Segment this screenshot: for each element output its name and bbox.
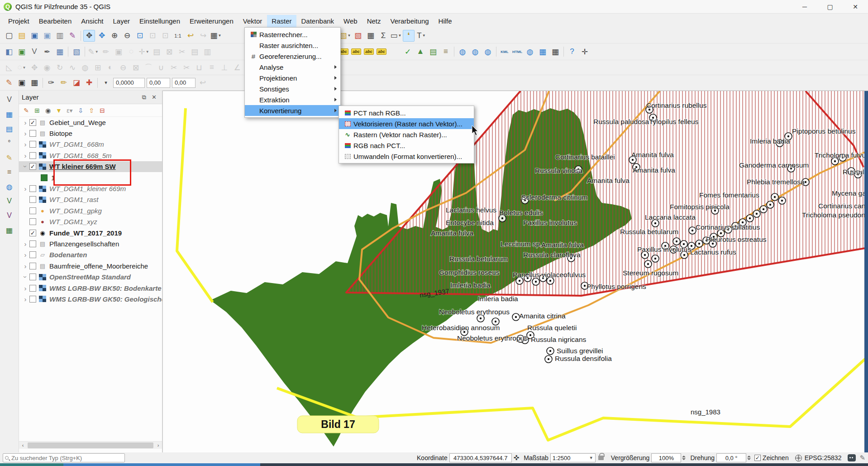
search-input[interactable] (10, 454, 123, 462)
layer-item[interactable]: ●WT_DGM1_xyz (19, 216, 162, 227)
layer-item[interactable]: ›WT_DGM1_kleiner 669m (19, 183, 162, 194)
add-group-icon[interactable]: ⊞ (32, 105, 43, 116)
menu-bearbeiten[interactable]: Bearbeiten (34, 15, 76, 27)
zoom-last-button[interactable]: ↩ (185, 30, 196, 42)
tasks-icon[interactable]: ✎ (859, 454, 865, 462)
layer-item[interactable]: ●WT_DGM1_gpkg (19, 205, 162, 216)
menu-projekt[interactable]: Projekt (4, 15, 34, 27)
layer-item[interactable]: ›✓WT kleiner 669m SW (19, 161, 162, 172)
raster-menu-item-projektionen[interactable]: Projektionen (245, 72, 340, 83)
measure-button[interactable]: ▭▼ (390, 30, 402, 42)
expander-icon[interactable]: › (22, 284, 29, 292)
find-marker[interactable] (652, 255, 659, 262)
layer-item[interactable]: ›WMS LGRB-BW BK50: Bodenkarte (19, 283, 162, 293)
menu-hilfe[interactable]: Hilfe (434, 15, 457, 27)
new-temporary-layer-button[interactable]: ▧ (71, 46, 82, 58)
crosshair-tool-button[interactable]: ✛ (579, 46, 591, 58)
scrollbar-thumb[interactable] (28, 442, 153, 448)
layer-visibility-checkbox[interactable] (29, 152, 36, 159)
submenu-item-vektorisieren-raster-nach-vektor[interactable]: Vektorisieren (Raster nach Vektor)... (339, 118, 474, 129)
submenu-item-rgb-nach-pct[interactable]: RGB nach PCT... (339, 140, 474, 151)
raster-menu-item-georeferenzierung[interactable]: #Georeferenzierung... (245, 51, 340, 62)
layer-visibility-checkbox[interactable] (29, 196, 36, 203)
find-marker[interactable] (512, 313, 520, 321)
new-spatialite-button[interactable]: ✒ (41, 46, 53, 58)
drehung-spinner[interactable] (747, 456, 751, 460)
html-annotation-button[interactable]: HTML (511, 46, 523, 58)
style-manager-button[interactable]: ✎ (67, 30, 78, 42)
show-hide-labels-button[interactable]: abc (350, 46, 362, 58)
legend-item[interactable]: 1 (19, 172, 162, 183)
expander-icon[interactable]: › (22, 140, 29, 148)
deselect-features-button[interactable]: ▧ (352, 30, 364, 42)
layer-styling-icon[interactable]: ✎ (21, 105, 32, 116)
lock-icon[interactable] (598, 456, 604, 460)
save-as-button[interactable]: ▣ (41, 30, 53, 42)
layer-item[interactable]: ✓◉Funde_WT_2017_2019 (19, 227, 162, 238)
layer-item[interactable]: ›▤Biotope (19, 128, 162, 139)
raster-menu-item-konvertierung[interactable]: Konvertierung (245, 105, 340, 116)
find-marker[interactable] (689, 227, 696, 234)
digitize-value-input-1[interactable]: 0,0000 (113, 78, 145, 88)
maximize-button[interactable]: ▢ (817, 0, 843, 13)
layer-item[interactable]: ›▱Bodenarten (19, 250, 162, 260)
layer-item[interactable]: ›WT_DGM1_668m (19, 139, 162, 150)
new-print-layout-button[interactable]: ▥ (54, 30, 66, 42)
expander-icon[interactable]: › (22, 130, 29, 137)
layer-item[interactable]: ›▤Pflanzengesellschaften (19, 238, 162, 249)
layer-visibility-checkbox[interactable] (29, 285, 36, 292)
digitize-value-input-3[interactable]: 0,00 (172, 78, 196, 88)
georef-panel-icon[interactable]: ▤ (3, 122, 16, 135)
digitize-value-input-2[interactable]: 0,00 (147, 78, 170, 88)
text-annotation-button[interactable]: T▼ (415, 30, 427, 42)
menu-web[interactable]: Web (339, 15, 362, 27)
koordinate-field[interactable]: 473300.4,5397644.7 (449, 453, 512, 462)
filter-legend-icon[interactable]: ▼ (53, 105, 64, 116)
grid-panel-icon[interactable]: ▦ (3, 108, 16, 120)
expander-icon[interactable]: › (22, 240, 29, 248)
annotation-panel-icon[interactable]: ✎ (3, 151, 16, 164)
layer-item[interactable]: ›OpenStreetMap Standard (19, 271, 162, 282)
metasearch-button[interactable]: ◍ (457, 46, 468, 58)
layer-panel-scrollbar[interactable]: ‹ › (19, 441, 162, 449)
new-shapefile-button[interactable]: V (29, 46, 40, 58)
value-dropdown[interactable]: ▾ (100, 77, 112, 89)
raster-menu-item-analyse[interactable]: Analyse (245, 62, 340, 72)
grid-tools-2-button[interactable]: ▦ (549, 46, 561, 58)
scroll-left-icon[interactable]: ‹ (19, 442, 27, 448)
raster-terrain-button[interactable]: ▲ (415, 46, 426, 58)
find-marker[interactable] (545, 356, 552, 363)
filter-expression-icon[interactable]: ε▾ (64, 105, 75, 116)
submenu-item-rastern-vektor-nach-raster[interactable]: ∿Rastern (Vektor nach Raster)... (339, 129, 474, 140)
raster-menu-item-raster-ausrichten[interactable]: Raster ausrichten... (245, 40, 340, 51)
expand-all-icon[interactable]: ⇩ (75, 105, 86, 116)
grid-tools-button[interactable]: ▦ (537, 46, 548, 58)
expander-icon[interactable]: › (22, 262, 29, 270)
find-marker[interactable] (644, 260, 652, 268)
menu-verarbeitung[interactable]: Verarbeitung (386, 15, 434, 27)
map-tips-button[interactable]: ❛ (403, 30, 415, 42)
find-marker[interactable] (696, 240, 703, 247)
help-button[interactable]: ? (566, 46, 578, 58)
statistical-summary-button[interactable]: Σ (377, 30, 389, 42)
messages-icon[interactable] (848, 454, 856, 461)
rotation-panel-icon[interactable]: ° (3, 137, 16, 149)
submenu-item-umwandeln-format-konvertieren[interactable]: Umwandeln (Format konvertieren)... (339, 151, 474, 162)
layer-item[interactable]: ›WT_DGM1_668_5m (19, 150, 162, 161)
layer-visibility-checkbox[interactable] (29, 218, 36, 225)
db-panel-icon[interactable]: ≡ (3, 166, 16, 178)
zoom-out-button[interactable]: ⊖ (121, 30, 133, 42)
expander-icon[interactable]: › (22, 152, 29, 159)
menu-datenbank[interactable]: Datenbank (297, 15, 339, 27)
panel-float-icon[interactable]: ⧉ (139, 94, 149, 101)
expander-icon[interactable]: › (22, 185, 29, 192)
data-source-manager-button[interactable]: ◧ (3, 46, 15, 58)
layer-visibility-checkbox[interactable] (29, 240, 36, 247)
web-globe-2-button[interactable]: ◍ (482, 46, 494, 58)
expander-icon[interactable]: › (22, 119, 29, 126)
eraser-button[interactable]: ◪ (71, 77, 82, 89)
raster-menu-item-rasterrechner[interactable]: Rasterrechner... (245, 29, 340, 40)
new-project-button[interactable]: ▢ (3, 30, 15, 42)
pan-map-button[interactable]: ✥ (83, 30, 95, 42)
submenu-item-pct-nach-rgb[interactable]: PCT nach RGB... (339, 107, 474, 118)
